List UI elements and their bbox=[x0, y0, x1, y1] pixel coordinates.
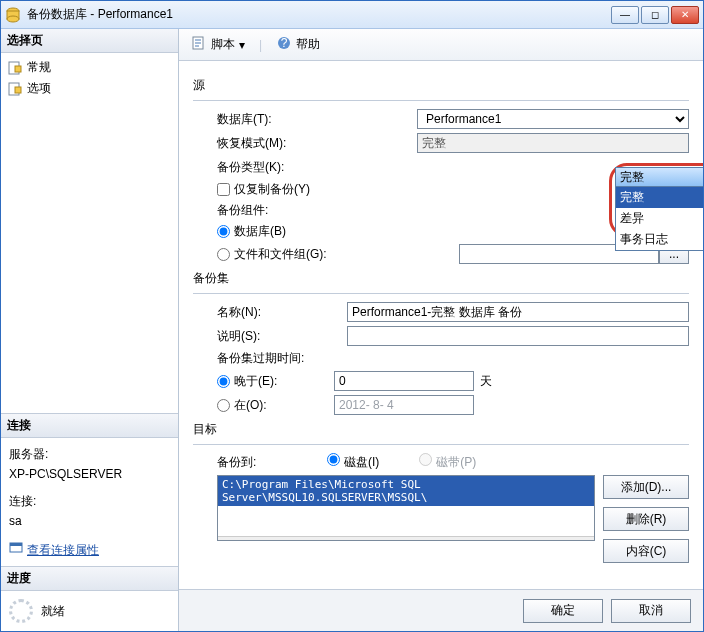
page-options-label: 选项 bbox=[27, 80, 51, 97]
database-select[interactable]: Performance1 bbox=[417, 109, 689, 129]
progress-panel: 进度 就绪 bbox=[1, 566, 178, 631]
db-icon bbox=[5, 7, 21, 23]
svg-rect-8 bbox=[10, 543, 22, 546]
script-button[interactable]: 脚本 ▾ bbox=[187, 33, 249, 56]
connection-content: 服务器: XP-PC\SQLSERVER 连接: sa 查看连接属性 bbox=[1, 438, 178, 566]
ok-button[interactable]: 确定 bbox=[523, 599, 603, 623]
copy-only-label: 仅复制备份(Y) bbox=[234, 181, 310, 198]
svg-point-2 bbox=[7, 16, 19, 22]
server-label: 服务器: bbox=[9, 444, 170, 464]
dest-disk-radio[interactable] bbox=[327, 453, 340, 466]
close-button[interactable]: ✕ bbox=[671, 6, 699, 24]
component-filegroup-radio[interactable] bbox=[217, 248, 230, 261]
titlebar: 备份数据库 - Performance1 — ◻ ✕ bbox=[1, 1, 703, 29]
select-page-header: 选择页 bbox=[1, 29, 178, 53]
dialog-footer: 确定 取消 bbox=[179, 589, 703, 631]
svg-rect-4 bbox=[15, 66, 21, 72]
recovery-model-field bbox=[417, 133, 689, 153]
backup-type-option-full[interactable]: 完整 bbox=[616, 187, 703, 208]
toolbar: 脚本 ▾ | ? 帮助 bbox=[179, 29, 703, 61]
contents-button[interactable]: 内容(C) bbox=[603, 539, 689, 563]
backup-type-dropdown[interactable]: 完整 ▼ 完整 差异 事务日志 bbox=[615, 167, 703, 251]
page-general[interactable]: 常规 bbox=[7, 57, 172, 78]
add-button[interactable]: 添加(D)... bbox=[603, 475, 689, 499]
backup-type-selected-label: 完整 bbox=[620, 169, 644, 186]
database-label: 数据库(T): bbox=[217, 111, 417, 128]
window-buttons: — ◻ ✕ bbox=[611, 6, 699, 24]
page-options[interactable]: 选项 bbox=[7, 78, 172, 99]
connection-label: 连接: bbox=[9, 491, 170, 511]
name-field[interactable] bbox=[347, 302, 689, 322]
description-label: 说明(S): bbox=[217, 328, 347, 345]
page-icon bbox=[7, 81, 23, 97]
days-unit: 天 bbox=[480, 373, 492, 390]
destination-list[interactable]: C:\Program Files\Microsoft SQL Server\MS… bbox=[217, 475, 595, 541]
progress-header: 进度 bbox=[1, 567, 178, 591]
page-list: 常规 选项 bbox=[1, 53, 178, 103]
connection-value: sa bbox=[9, 511, 170, 531]
recovery-model-label: 恢复模式(M): bbox=[217, 135, 417, 152]
destination-path-item[interactable]: C:\Program Files\Microsoft SQL Server\MS… bbox=[218, 476, 594, 506]
svg-text:?: ? bbox=[281, 36, 288, 50]
horizontal-scrollbar[interactable] bbox=[218, 536, 594, 541]
backup-type-option-diff[interactable]: 差异 bbox=[616, 208, 703, 229]
source-section: 源 bbox=[193, 77, 689, 94]
backup-dialog: 备份数据库 - Performance1 — ◻ ✕ 选择页 常规 选项 bbox=[0, 0, 704, 632]
destination-section: 目标 bbox=[193, 421, 689, 438]
progress-spinner-icon bbox=[9, 599, 33, 623]
select-page-label: 选择页 bbox=[7, 33, 43, 47]
help-label: 帮助 bbox=[296, 36, 320, 53]
connection-header: 连接 bbox=[1, 414, 178, 438]
view-connection-properties-label: 查看连接属性 bbox=[27, 540, 99, 560]
component-database-radio[interactable] bbox=[217, 225, 230, 238]
view-connection-properties-link[interactable]: 查看连接属性 bbox=[9, 540, 99, 560]
expire-on-date bbox=[334, 395, 474, 415]
content-area: 源 数据库(T): Performance1 恢复模式(M): 备份类型(K): bbox=[179, 61, 703, 589]
name-label: 名称(N): bbox=[217, 304, 347, 321]
backup-type-options: 完整 差异 事务日志 bbox=[615, 187, 703, 251]
minimize-button[interactable]: — bbox=[611, 6, 639, 24]
backup-type-selected[interactable]: 完整 ▼ bbox=[615, 167, 703, 187]
help-icon: ? bbox=[276, 35, 292, 54]
copy-only-checkbox[interactable] bbox=[217, 183, 230, 196]
help-button[interactable]: ? 帮助 bbox=[272, 33, 324, 56]
component-database-label: 数据库(B) bbox=[234, 223, 286, 240]
expire-on-radio[interactable] bbox=[217, 399, 230, 412]
main-panel: 脚本 ▾ | ? 帮助 源 数据库(T): Performance1 bbox=[179, 29, 703, 631]
backup-type-option-log[interactable]: 事务日志 bbox=[616, 229, 703, 250]
svg-rect-6 bbox=[15, 87, 21, 93]
expire-after-days[interactable] bbox=[334, 371, 474, 391]
page-general-label: 常规 bbox=[27, 59, 51, 76]
sidebar: 选择页 常规 选项 连接 服务器: XP-PC\SQLSERVER bbox=[1, 29, 179, 631]
window-title: 备份数据库 - Performance1 bbox=[27, 6, 611, 23]
description-field[interactable] bbox=[347, 326, 689, 346]
dest-disk-label: 磁盘(I) bbox=[344, 455, 379, 469]
backup-type-label: 备份类型(K): bbox=[217, 159, 417, 176]
script-icon bbox=[191, 35, 207, 54]
component-filegroup-label: 文件和文件组(G): bbox=[234, 246, 327, 263]
expire-on-label: 在(O): bbox=[234, 397, 334, 414]
link-icon bbox=[9, 540, 23, 560]
expire-after-label: 晚于(E): bbox=[234, 373, 334, 390]
connection-panel: 连接 服务器: XP-PC\SQLSERVER 连接: sa 查看连接属性 bbox=[1, 413, 178, 566]
backupset-section: 备份集 bbox=[193, 270, 689, 287]
expire-label: 备份集过期时间: bbox=[217, 350, 417, 367]
cancel-button[interactable]: 取消 bbox=[611, 599, 691, 623]
dest-tape-radio bbox=[419, 453, 432, 466]
script-label: 脚本 bbox=[211, 36, 235, 53]
backup-to-label: 备份到: bbox=[217, 454, 327, 471]
backup-component-label: 备份组件: bbox=[217, 202, 417, 219]
dropdown-arrow-icon: ▾ bbox=[239, 38, 245, 52]
dest-tape-label: 磁带(P) bbox=[436, 455, 476, 469]
server-value: XP-PC\SQLSERVER bbox=[9, 464, 170, 484]
page-icon bbox=[7, 60, 23, 76]
expire-after-radio[interactable] bbox=[217, 375, 230, 388]
maximize-button[interactable]: ◻ bbox=[641, 6, 669, 24]
remove-button[interactable]: 删除(R) bbox=[603, 507, 689, 531]
progress-status: 就绪 bbox=[41, 603, 65, 620]
dialog-body: 选择页 常规 选项 连接 服务器: XP-PC\SQLSERVER bbox=[1, 29, 703, 631]
